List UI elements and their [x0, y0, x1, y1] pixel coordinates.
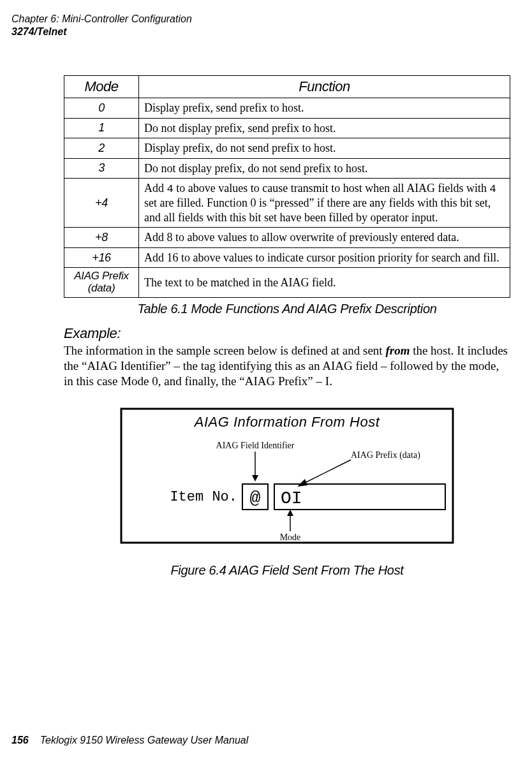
aiag-prefix-line2: (data) — [88, 282, 115, 294]
label-mode: Mode — [280, 533, 301, 542]
func-mid: to above values to cause transmit to hos… — [174, 182, 490, 195]
func-four: 4 — [167, 183, 174, 195]
func-pre: Add — [144, 182, 167, 195]
cell-aiag-prefix-label: AIAG Prefix (data) — [64, 268, 139, 297]
at-sign-text: @ — [250, 489, 261, 508]
table-row: 0 Display prefix, send prefix to host. — [64, 98, 510, 119]
chapter-title: Chapter 6: Mini-Controller Configuration — [11, 13, 192, 26]
table-row: +4 Add 4 to above values to cause transm… — [64, 179, 510, 228]
header-mode: Mode — [64, 76, 139, 98]
table-row: 1 Do not display prefix, send prefix to … — [64, 118, 510, 138]
label-aiag-identifier: AIAG Field Identifier — [216, 441, 295, 450]
func-post: set are filled. Function 0 is “pressed” … — [144, 196, 491, 224]
page-footer: 156Teklogix 9150 Wireless Gateway User M… — [11, 735, 248, 746]
example-heading: Example: — [64, 325, 510, 342]
table-row: 2 Display prefix, do not send prefix to … — [64, 138, 510, 159]
arrow-prefix-head — [297, 479, 307, 487]
cell-mode: 3 — [64, 158, 139, 179]
aiag-prefix-line1: AIAG Prefix — [74, 270, 129, 282]
cell-function: Display prefix, do not send prefix to ho… — [139, 138, 510, 159]
cell-function: Do not display prefix, do not send prefi… — [139, 158, 510, 179]
cell-mode: 0 — [64, 98, 139, 119]
cell-function: Add 8 to above values to allow overwrite… — [139, 228, 510, 248]
example-paragraph: The information in the sample screen bel… — [64, 343, 510, 390]
arrow-prefix-line — [300, 460, 351, 485]
label-aiag-prefix: AIAG Prefix (data) — [351, 450, 420, 460]
cell-function: Display prefix, send prefix to host. — [139, 98, 510, 119]
para-from: from — [385, 344, 410, 357]
figure-title: AIAG Information From Host — [193, 414, 380, 430]
table-row: AIAG Prefix (data) The text to be matche… — [64, 268, 510, 297]
cell-mode: 1 — [64, 118, 139, 138]
cell-mode: 2 — [64, 138, 139, 159]
figure-caption: Figure 6.4 AIAG Field Sent From The Host — [64, 563, 510, 578]
page-header: Chapter 6: Mini-Controller Configuration… — [11, 13, 192, 38]
oi-text: OI — [281, 489, 302, 508]
table-row: +8 Add 8 to above values to allow overwr… — [64, 228, 510, 248]
mode-functions-table: Mode Function 0 Display prefix, send pre… — [64, 75, 510, 298]
table-header-row: Mode Function — [64, 76, 510, 98]
cell-function: Do not display prefix, send prefix to ho… — [139, 118, 510, 138]
table-caption: Table 6.1 Mode Functions And AIAG Prefix… — [64, 302, 510, 316]
aiag-figure-svg: AIAG Information From Host AIAG Field Id… — [83, 404, 491, 550]
label-item-no: Item No. — [170, 489, 237, 505]
cell-mode: +8 — [64, 228, 139, 248]
cell-mode: +16 — [64, 247, 139, 268]
header-function: Function — [139, 76, 510, 98]
cell-mode: +4 — [64, 179, 139, 228]
para-pre: The information in the sample screen bel… — [64, 344, 385, 357]
section-title: 3274/Telnet — [11, 26, 192, 38]
table-row: 3 Do not display prefix, do not send pre… — [64, 158, 510, 179]
cell-function: Add 4 to above values to cause transmit … — [139, 179, 510, 228]
main-content: Mode Function 0 Display prefix, send pre… — [64, 75, 510, 578]
figure-aiag-info: AIAG Information From Host AIAG Field Id… — [83, 404, 491, 553]
cell-function: The text to be matched in the AIAG field… — [139, 268, 510, 297]
page-number: 156 — [11, 735, 29, 746]
cell-function: Add 16 to above values to indicate curso… — [139, 247, 510, 268]
arrow-mode-head — [287, 510, 293, 516]
func-four: 4 — [490, 183, 496, 195]
footer-text: Teklogix 9150 Wireless Gateway User Manu… — [40, 735, 249, 746]
table-row: +16 Add 16 to above values to indicate c… — [64, 247, 510, 268]
arrow-identifier-head — [252, 475, 258, 481]
